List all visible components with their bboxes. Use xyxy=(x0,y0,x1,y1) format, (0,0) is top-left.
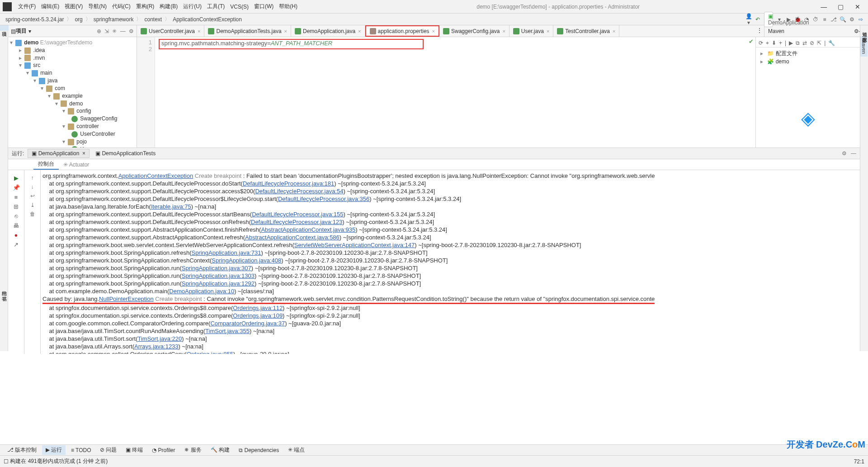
up-icon[interactable]: ↑ xyxy=(24,175,40,181)
collapse-all-icon[interactable]: ⇱ xyxy=(817,40,821,46)
stack-link[interactable]: ServletWebServerApplicationContext.java:… xyxy=(294,242,415,248)
git-icon[interactable]: ⎇ xyxy=(829,16,838,23)
bt-todo[interactable]: ≡TODO xyxy=(67,446,94,454)
bt-profiler[interactable]: ◔Profiler xyxy=(148,446,179,454)
menu-窗口(W)[interactable]: 窗口(W) xyxy=(251,1,276,12)
code-area[interactable]: ✔ spring.mvc.pathmatch.matching-strategy… xyxy=(155,37,755,148)
crumb[interactable]: springframework xyxy=(91,15,137,24)
scroll-end-icon[interactable]: ⤓ xyxy=(24,202,40,208)
run-hide-icon[interactable]: — xyxy=(851,150,856,157)
expand-icon[interactable]: ⇲ xyxy=(104,28,109,34)
editor-tab[interactable]: application.properties× xyxy=(365,25,440,37)
close-tab-icon[interactable]: × xyxy=(198,29,200,34)
close-tab-icon[interactable]: × xyxy=(358,29,361,34)
crumb[interactable]: spring-context-5.3.24.jar xyxy=(3,15,66,24)
maven-node-demo[interactable]: ▸ 🧩 demo xyxy=(759,58,857,65)
caret-position[interactable]: 72:1 xyxy=(854,458,864,465)
run-tab-tests[interactable]: ▣ DemoApplicationTests xyxy=(91,149,160,158)
run-maven-icon[interactable]: ▶ xyxy=(789,40,793,46)
stack-link[interactable]: SpringApplication.java:1303 xyxy=(182,272,255,279)
maven-settings-icon[interactable]: 🔧 xyxy=(828,40,835,46)
structure-tool-tab[interactable]: 结构 xyxy=(0,284,9,290)
bt-problems[interactable]: ⊘问题 xyxy=(96,445,120,455)
tabs-more[interactable]: ⋮ xyxy=(755,25,764,37)
stop-icon[interactable]: ■ xyxy=(820,16,829,23)
layout-icon[interactable]: ⊞ xyxy=(8,203,24,210)
generate-icon[interactable]: ⌖ xyxy=(766,40,769,46)
toggle-icon[interactable]: ⇄ xyxy=(802,40,807,46)
soft-wrap-icon[interactable]: ↩ xyxy=(24,193,40,199)
bt-run[interactable]: ▶运行 xyxy=(42,445,66,455)
close-tab-icon[interactable]: × xyxy=(284,29,287,34)
run-icon[interactable]: ▶ xyxy=(784,16,793,23)
maximize-button[interactable]: ▢ xyxy=(833,0,849,13)
select-opened-icon[interactable]: ⊕ xyxy=(97,28,101,34)
stack-link[interactable]: Ordering.java:855 xyxy=(187,351,233,354)
status-icon[interactable]: ☐ xyxy=(4,458,9,465)
crumb[interactable]: ApplicationContextException xyxy=(170,15,245,24)
stack-link[interactable]: Iterable.java:75 xyxy=(151,203,191,210)
maven-tool-tab[interactable]: Maven xyxy=(860,36,868,57)
down-icon[interactable]: ↓ xyxy=(24,184,40,190)
refresh-icon[interactable]: ⟳ xyxy=(759,40,763,46)
menu-VCS(S)[interactable]: VCS(S) xyxy=(227,2,251,11)
menu-构建(B)[interactable]: 构建(B) xyxy=(157,1,180,12)
close-tab-icon[interactable]: × xyxy=(613,29,615,34)
stack-link[interactable]: ComparatorOrdering.java:37 xyxy=(210,320,285,327)
stack-link[interactable]: SpringApplication.java:731 xyxy=(192,249,261,256)
add-icon[interactable]: + xyxy=(779,40,782,46)
run-tab-demo[interactable]: ▣ DemoApplication × xyxy=(28,149,90,158)
editor-tab[interactable]: User.java× xyxy=(509,25,553,37)
stack-link[interactable]: SpringApplication.java:1292 xyxy=(182,280,255,287)
menu-文件(F)[interactable]: 文件(F) xyxy=(15,1,38,12)
hide-icon[interactable]: — xyxy=(120,28,126,34)
rerun-icon[interactable]: ▶ xyxy=(8,175,24,181)
debug-icon[interactable]: 🐞 xyxy=(793,16,802,23)
menu-编辑(E)[interactable]: 编辑(E) xyxy=(38,1,62,12)
more-icon[interactable]: ↗ xyxy=(8,241,24,248)
clear-icon[interactable]: 🗑 xyxy=(24,211,40,217)
stack-link[interactable]: DefaultLifecycleProcessor.java:181 xyxy=(243,180,334,187)
close-button[interactable]: ✕ xyxy=(850,0,865,13)
stack-link[interactable]: AbstractApplicationContext.java:935 xyxy=(261,226,355,233)
run-config-selector[interactable]: DemoApplication xyxy=(764,12,773,27)
share-icon[interactable]: ⇨ xyxy=(856,16,865,23)
close-tab-icon[interactable]: × xyxy=(547,29,549,34)
stack-link[interactable]: Arrays.java:1233 xyxy=(134,343,179,350)
bt-vcs[interactable]: ⎇版本控制 xyxy=(4,445,40,455)
crumb[interactable]: org xyxy=(72,15,85,24)
stack-link[interactable]: SpringApplication.java:408 xyxy=(212,257,281,264)
database-tool-tab[interactable]: 数据库 xyxy=(860,31,868,36)
crumb[interactable]: context xyxy=(142,15,165,24)
menu-导航(N)[interactable]: 导航(N) xyxy=(85,1,109,12)
gear-icon[interactable]: ⚙ xyxy=(129,28,134,34)
download-icon[interactable]: ⬇ xyxy=(772,40,776,46)
menu-工具(T)[interactable]: 工具(T) xyxy=(204,1,227,12)
project-tree[interactable]: ▾ demo E:\swaggerTest\demo ▸ .idea ▸ .mv… xyxy=(8,37,137,148)
bt-terminal[interactable]: ▣终端 xyxy=(122,445,146,455)
dump-icon[interactable]: ● xyxy=(8,232,24,238)
exit-icon[interactable]: ⎋ xyxy=(8,213,24,219)
editor-tab[interactable]: DemoApplication.java× xyxy=(291,25,365,37)
settings-icon[interactable]: ⚙ xyxy=(847,16,856,23)
bt-endpoints[interactable]: ✳端点 xyxy=(284,445,308,455)
stack-link[interactable]: Orderings.java:109 xyxy=(233,312,283,319)
stack-link[interactable]: SpringApplication.java:307 xyxy=(182,265,251,272)
attach-icon[interactable]: 📌 xyxy=(8,184,24,191)
menu-视图(V)[interactable]: 视图(V) xyxy=(62,1,85,12)
stack-link[interactable]: DemoApplication.java:10 xyxy=(169,288,234,295)
stack-link[interactable]: NullPointerException xyxy=(99,295,154,302)
bt-dependencies[interactable]: ⧉Dependencies xyxy=(235,446,283,454)
bt-services[interactable]: ⛯服务 xyxy=(180,445,205,455)
menu-帮助(H)[interactable]: 帮助(H) xyxy=(276,1,300,12)
stack-link[interactable]: Orderings.java:112 xyxy=(233,305,283,311)
user-icon[interactable]: 👤▾ xyxy=(744,13,753,26)
execute-icon[interactable]: ⧉ xyxy=(796,40,800,46)
actuator-tab[interactable]: ✳ Actuator xyxy=(59,161,94,169)
profile-icon[interactable]: ⏱ xyxy=(811,16,820,23)
close-tab-icon[interactable]: × xyxy=(502,29,505,34)
notifications-tool-tab[interactable]: 通知 xyxy=(860,25,868,31)
menu-运行(U)[interactable]: 运行(U) xyxy=(180,1,204,12)
search-icon[interactable]: 🔍 xyxy=(838,16,847,23)
console-output[interactable]: org.springframework.context.ApplicationC… xyxy=(41,170,860,354)
